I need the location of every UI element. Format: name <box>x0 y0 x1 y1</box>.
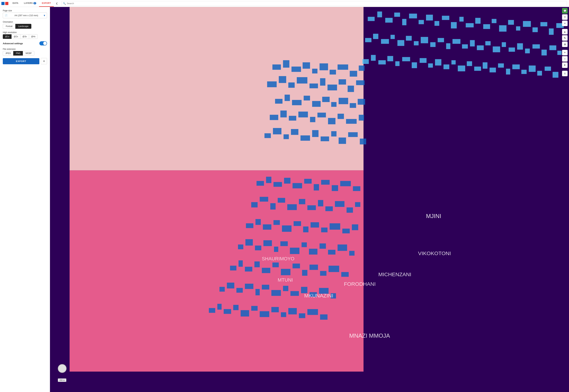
tab-data[interactable]: DATA <box>10 0 21 7</box>
zoom-out-button[interactable]: − <box>562 56 568 62</box>
svg-rect-180 <box>332 185 338 191</box>
svg-rect-93 <box>541 50 547 55</box>
svg-rect-175 <box>284 178 290 183</box>
svg-rect-178 <box>314 184 319 190</box>
svg-rect-239 <box>271 290 281 296</box>
svg-rect-111 <box>483 62 487 69</box>
svg-rect-181 <box>340 181 351 186</box>
svg-text:MKUNAZINI: MKUNAZINI <box>304 293 333 298</box>
svg-rect-69 <box>549 28 554 35</box>
res-2x-button[interactable]: @2x <box>12 34 20 39</box>
svg-rect-68 <box>541 22 547 26</box>
svg-rect-258 <box>320 314 328 320</box>
svg-rect-249 <box>233 305 238 310</box>
search-bar[interactable]: 🔍 <box>61 1 567 6</box>
logo-red <box>5 2 8 5</box>
res-1x-button[interactable]: @1x <box>3 34 12 39</box>
info-button[interactable]: ℹ <box>562 71 568 76</box>
svg-rect-224 <box>262 268 270 273</box>
svg-rect-145 <box>312 101 321 107</box>
tab-export[interactable]: EXPORT <box>39 0 54 7</box>
advanced-toggle[interactable] <box>39 41 47 45</box>
svg-rect-177 <box>304 179 312 183</box>
svg-rect-110 <box>474 67 481 71</box>
res-3x-button[interactable]: @3x <box>20 34 29 39</box>
svg-rect-72 <box>373 34 378 39</box>
svg-rect-164 <box>291 129 299 135</box>
svg-rect-198 <box>273 220 280 225</box>
satellite-button[interactable]: 🛰 <box>562 35 568 41</box>
svg-rect-148 <box>339 98 348 104</box>
portrait-button[interactable]: Portrait <box>3 24 15 29</box>
export-row: EXPORT ✕ <box>3 58 47 64</box>
svg-rect-232 <box>341 272 349 277</box>
jpeg-button[interactable]: JPEG <box>3 51 13 56</box>
locate-button[interactable]: ⊕ <box>562 42 568 47</box>
help-button[interactable]: ? <box>562 14 568 20</box>
zoom-out-icon: − <box>564 57 566 61</box>
svg-rect-1 <box>70 7 364 170</box>
svg-rect-225 <box>272 262 279 267</box>
svg-rect-75 <box>397 40 404 46</box>
landscape-button[interactable]: Landscape <box>15 24 31 29</box>
search-input[interactable] <box>67 2 565 5</box>
svg-rect-169 <box>339 138 346 144</box>
svg-rect-85 <box>477 45 484 50</box>
svg-rect-215 <box>309 249 318 254</box>
menu-icon: ≡ <box>564 22 566 25</box>
menu-button[interactable]: ≡ <box>562 21 568 26</box>
svg-rect-107 <box>451 60 456 64</box>
svg-rect-203 <box>321 228 327 232</box>
page-size-section: Page size 📄 A4 (297 mm x 210 mm) ▾ <box>3 9 47 18</box>
export-button[interactable]: EXPORT <box>3 58 39 64</box>
svg-rect-127 <box>330 70 336 74</box>
svg-rect-174 <box>273 182 282 187</box>
svg-rect-108 <box>458 66 465 71</box>
svg-rect-256 <box>299 313 305 318</box>
res-4x-button[interactable]: @4x <box>29 34 38 39</box>
svg-rect-95 <box>557 51 562 55</box>
chat-button[interactable]: 💬 <box>562 8 568 14</box>
north-button[interactable]: ⬆ <box>562 62 568 68</box>
zoom-in-button[interactable]: + <box>562 50 568 55</box>
terrain-button[interactable]: ▲ <box>562 29 568 34</box>
svg-rect-126 <box>319 63 328 70</box>
svg-rect-200 <box>294 221 301 226</box>
png-button[interactable]: PNG <box>13 51 23 56</box>
ext-group: JPEG PNG WEBP <box>3 51 47 56</box>
tab-layers[interactable]: LAYERS 2 <box>21 0 39 7</box>
svg-rect-196 <box>255 219 261 225</box>
svg-rect-155 <box>310 117 315 122</box>
svg-rect-176 <box>292 183 302 188</box>
map-area[interactable]: MJINI VIKOKOTONI MICHENZANI FORODHANI MK… <box>50 7 569 392</box>
svg-rect-109 <box>467 61 472 66</box>
svg-rect-67 <box>532 27 538 32</box>
svg-rect-195 <box>246 223 253 228</box>
svg-rect-140 <box>356 80 365 85</box>
svg-rect-101 <box>402 57 410 61</box>
page-size-dropdown[interactable]: 📄 A4 (297 mm x 210 mm) ▾ <box>3 13 47 18</box>
svg-rect-131 <box>267 81 277 87</box>
svg-rect-210 <box>263 240 272 246</box>
svg-rect-97 <box>371 55 376 61</box>
page-size-value: A4 (297 mm x 210 mm) <box>14 14 38 17</box>
svg-rect-73 <box>381 39 389 44</box>
cancel-button[interactable]: ✕ <box>41 58 47 64</box>
scale-label: 200 m <box>58 378 66 382</box>
layers-badge: 2 <box>33 2 36 4</box>
svg-rect-153 <box>289 116 296 121</box>
svg-rect-125 <box>312 69 317 73</box>
webp-button[interactable]: WEBP <box>23 51 34 56</box>
svg-rect-121 <box>272 64 281 70</box>
collapse-button[interactable]: ❮ <box>55 1 59 5</box>
svg-rect-81 <box>446 43 450 49</box>
sidebar: Page size 📄 A4 (297 mm x 210 mm) ▾ Orien… <box>0 7 50 392</box>
svg-rect-240 <box>283 286 288 291</box>
svg-rect-47 <box>368 17 375 21</box>
svg-rect-205 <box>342 229 350 233</box>
svg-rect-223 <box>254 261 260 267</box>
svg-rect-103 <box>419 58 427 63</box>
svg-rect-238 <box>262 285 269 289</box>
svg-rect-217 <box>328 250 335 254</box>
svg-rect-138 <box>339 79 346 84</box>
